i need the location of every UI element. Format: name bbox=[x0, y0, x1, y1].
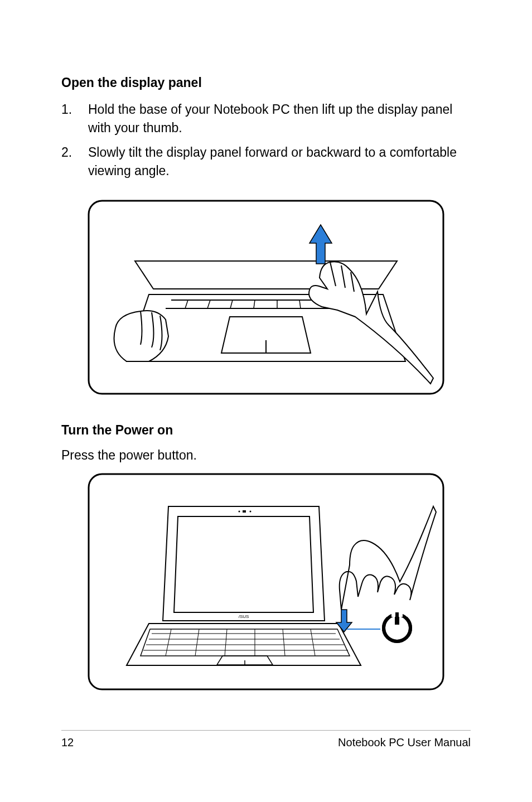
section-heading-open-display: Open the display panel bbox=[61, 75, 471, 90]
page-number: 12 bbox=[61, 736, 74, 749]
svg-marker-29 bbox=[163, 506, 325, 621]
svg-text:/SUS: /SUS bbox=[239, 614, 249, 619]
step-2-number: 2. bbox=[61, 143, 88, 181]
section-heading-power-on: Turn the Power on bbox=[61, 423, 471, 438]
svg-point-33 bbox=[250, 511, 252, 513]
svg-point-31 bbox=[239, 511, 240, 513]
open-display-illustration bbox=[88, 200, 444, 395]
power-icon bbox=[384, 611, 410, 641]
step-1-number: 1. bbox=[61, 100, 88, 138]
up-arrow-icon bbox=[309, 225, 332, 264]
step-1: 1. Hold the base of your Notebook PC the… bbox=[61, 100, 471, 138]
svg-rect-32 bbox=[243, 510, 246, 513]
svg-marker-13 bbox=[309, 225, 332, 264]
step-1-text: Hold the base of your Notebook PC then l… bbox=[88, 100, 471, 138]
power-on-illustration: /SUS bbox=[88, 473, 444, 690]
page-footer: 12 Notebook PC User Manual bbox=[61, 730, 471, 749]
svg-rect-40 bbox=[395, 612, 399, 625]
step-2-text: Slowly tilt the display panel forward or… bbox=[88, 143, 471, 181]
step-2: 2. Slowly tilt the display panel forward… bbox=[61, 143, 471, 181]
power-on-text: Press the power button. bbox=[61, 448, 471, 463]
doc-title: Notebook PC User Manual bbox=[338, 736, 471, 749]
